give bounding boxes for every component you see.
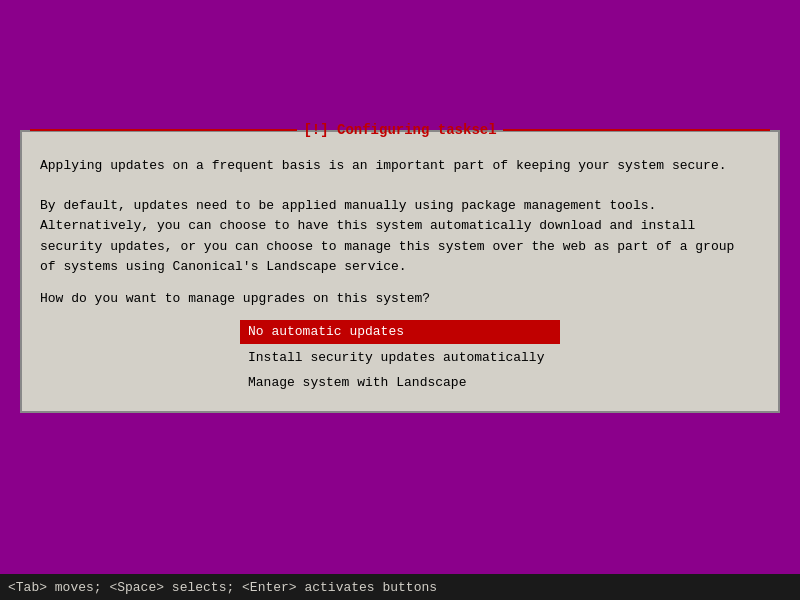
- description-line1: Applying updates on a frequent basis is …: [40, 158, 727, 173]
- option-manage-with-landscape[interactable]: Manage system with Landscape: [240, 371, 560, 395]
- configuring-tasksel-dialog: [!] Configuring tasksel Applying updates…: [20, 130, 780, 413]
- description-text: Applying updates on a frequent basis is …: [40, 156, 760, 277]
- description-line2: By default, updates need to be applied m…: [40, 198, 734, 273]
- question-text: How do you want to manage upgrades on th…: [40, 289, 760, 309]
- options-list: No automatic updates Install security up…: [40, 320, 760, 395]
- option-no-automatic-updates[interactable]: No automatic updates: [240, 320, 560, 344]
- status-bar: <Tab> moves; <Space> selects; <Enter> ac…: [0, 574, 800, 600]
- dialog-title-bar: [!] Configuring tasksel: [22, 120, 778, 140]
- option-install-security-updates[interactable]: Install security updates automatically: [240, 346, 560, 370]
- dialog-title: [!] Configuring tasksel: [297, 122, 502, 138]
- status-text: <Tab> moves; <Space> selects; <Enter> ac…: [8, 580, 437, 595]
- title-line-left: [30, 129, 297, 131]
- title-line-right: [503, 129, 770, 131]
- dialog-content: Applying updates on a frequent basis is …: [22, 152, 778, 411]
